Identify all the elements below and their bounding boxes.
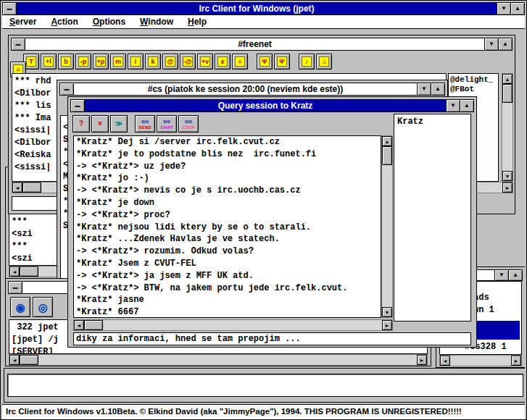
chat-button[interactable]: ≈≈ CHAT xyxy=(157,115,177,133)
sound-button[interactable]: ≫ xyxy=(110,115,128,133)
query-titlebar[interactable]: ▬ Query session to Kratz ▼ ▲ xyxy=(70,99,474,112)
public-button[interactable]: +p xyxy=(93,54,109,70)
server-horizontal-scrollbar[interactable]: ◄ ► xyxy=(9,354,428,366)
kick-button[interactable]: x xyxy=(215,54,231,70)
scroll-up-button[interactable]: ▲ xyxy=(382,136,392,146)
scrollbar-thumb[interactable] xyxy=(84,320,103,330)
slap2-button[interactable]: Ψ xyxy=(274,54,290,70)
scrollbar-track[interactable] xyxy=(502,103,513,171)
deop-icon: -@ xyxy=(183,56,193,67)
child-system-menu-button[interactable]: ▬ xyxy=(60,83,74,95)
nick-item[interactable]: @delight_ xyxy=(450,75,497,85)
scrollbar-thumb[interactable] xyxy=(20,355,38,365)
menu-action[interactable]: Action xyxy=(51,17,78,27)
scroll-right-button[interactable]: ► xyxy=(417,355,427,365)
menu-options[interactable]: Options xyxy=(93,17,125,27)
query-message-input[interactable] xyxy=(73,332,471,345)
query-maximize-button[interactable]: ▲ xyxy=(460,100,473,112)
bottom-window-input[interactable] xyxy=(7,374,523,397)
system-menu-icon: ▬ xyxy=(16,41,21,46)
scroll-down-button[interactable]: ▼ xyxy=(382,307,392,317)
query-minimize-button[interactable]: ▼ xyxy=(446,100,460,112)
main-titlebar[interactable]: ▬ Irc Client for Windows (jpet) ▼ ▲ xyxy=(2,2,525,15)
maximize-button[interactable]: ▲ xyxy=(510,3,524,14)
freenet-title: #freenet xyxy=(25,38,484,50)
child-system-menu-button[interactable]: ▬ xyxy=(9,282,22,293)
speaker-button[interactable]: ◎ xyxy=(33,297,53,317)
beep-button[interactable]: ♫ xyxy=(316,54,332,70)
scroll-left-button[interactable]: ◄ xyxy=(9,355,20,365)
freenet-titlebar[interactable]: ▬ #freenet ▼ ▲ xyxy=(11,38,513,51)
op-button[interactable]: @ xyxy=(162,54,178,70)
cs-titlebar[interactable]: ▬ #cs (piatok ke session 20:00 (neviem k… xyxy=(59,83,445,96)
scroll-left-button[interactable]: ◄ xyxy=(9,266,20,277)
connect-button[interactable]: ◉ xyxy=(10,297,30,317)
invite-button[interactable]: i xyxy=(128,54,144,70)
scrollbar-thumb[interactable] xyxy=(20,266,38,277)
limit-button[interactable]: +l xyxy=(41,54,57,70)
query-title: Query session to Kratz xyxy=(85,100,446,112)
chat-line: *Kratz* 6667 xyxy=(76,306,378,318)
send-button[interactable]: ≈≈ SEND xyxy=(135,115,155,133)
scrollbar-track[interactable] xyxy=(450,356,511,366)
clear-button[interactable]: ≡ xyxy=(232,54,248,70)
query-vertical-scrollbar[interactable]: ▲ ▼ xyxy=(381,135,393,318)
cs-title: #cs (piatok ke session 20:00 (neviem kde… xyxy=(74,83,417,95)
scrollbar-thumb[interactable] xyxy=(382,146,392,165)
scrollbar-thumb[interactable] xyxy=(502,84,513,103)
query-window: ▬ Query session to Kratz ▼ ▲ ? × ≫ ≈≈ SE… xyxy=(67,96,477,348)
child-system-menu-button[interactable]: ▬ xyxy=(12,38,25,50)
list-minimize-button[interactable]: ▼ xyxy=(494,270,508,280)
sound-button[interactable]: ♪ xyxy=(299,54,315,70)
minimize-button[interactable]: ▼ xyxy=(497,3,510,14)
help-icon: ? xyxy=(79,120,83,127)
freenet-vertical-scrollbar[interactable]: ▲ ▼ xyxy=(502,73,513,182)
cs-maximize-button[interactable]: ▲ xyxy=(431,83,444,95)
system-menu-icon: ▬ xyxy=(13,285,18,290)
menu-window[interactable]: Window xyxy=(140,17,173,27)
op-icon: @ xyxy=(165,56,175,67)
scroll-left-button[interactable]: ◄ xyxy=(74,320,84,330)
child-system-menu-button[interactable]: ▬ xyxy=(71,100,85,112)
key-button[interactable]: k xyxy=(145,54,161,70)
ctcp-button[interactable]: ≈≈ CTCP xyxy=(178,115,199,133)
scroll-right-button[interactable]: ► xyxy=(382,320,392,330)
private-button[interactable]: -p xyxy=(75,54,91,70)
slap-button[interactable]: Ψ xyxy=(257,54,273,70)
freenet-minimize-button[interactable]: ▼ xyxy=(484,38,498,50)
scroll-left-button[interactable]: ◄ xyxy=(440,356,450,366)
scrollbar-track[interactable] xyxy=(103,320,382,330)
scrollbar-thumb[interactable] xyxy=(22,182,41,193)
freenet-toolbar: T+lb-p+pmik@-@+vx≡ΨΨ♪♫ xyxy=(23,52,333,71)
ban-icon: b xyxy=(61,56,71,67)
scroll-down-button[interactable]: ▼ xyxy=(502,171,513,181)
nick-item[interactable]: @FBot xyxy=(450,85,497,94)
help-button[interactable]: ? xyxy=(72,115,90,133)
scrollbar-track[interactable] xyxy=(38,355,417,365)
scrollbar-track[interactable] xyxy=(382,165,392,307)
nick-item[interactable]: Kratz xyxy=(397,117,468,127)
freenet-maximize-button[interactable]: ▲ xyxy=(498,38,512,50)
list-maximize-button[interactable]: ▲ xyxy=(508,270,522,280)
send-icon: ≈≈ xyxy=(141,118,149,125)
private-icon: -p xyxy=(78,56,88,67)
chat-line: -> <*Kratz*> nevis co je s irc.uochb.cas… xyxy=(76,185,378,197)
scroll-right-button[interactable]: ► xyxy=(502,182,513,193)
moderated-button[interactable]: m xyxy=(110,54,126,70)
close-query-button[interactable]: × xyxy=(91,115,109,133)
scroll-right-button[interactable]: ► xyxy=(511,356,521,366)
list-horizontal-scrollbar[interactable]: ◄ ► xyxy=(439,355,522,366)
voice-button[interactable]: +v xyxy=(197,54,213,70)
scroll-left-button[interactable]: ◄ xyxy=(12,182,22,193)
cs-minimize-button[interactable]: ▼ xyxy=(417,83,431,95)
query-horizontal-scrollbar[interactable]: ◄ ► xyxy=(73,319,393,331)
chat-icon: ≈≈ xyxy=(163,118,170,125)
chat-line: *Kratz* nejsou lidi ktery by se o to sta… xyxy=(76,222,378,234)
ban-button[interactable]: b xyxy=(58,54,74,70)
deop-button[interactable]: -@ xyxy=(180,54,196,70)
system-menu-button[interactable]: ▬ xyxy=(3,3,17,14)
limit-icon: +l xyxy=(43,56,54,67)
menu-server[interactable]: Server xyxy=(9,17,36,27)
menu-help[interactable]: Help xyxy=(188,17,207,27)
scroll-up-button[interactable]: ▲ xyxy=(502,74,513,84)
